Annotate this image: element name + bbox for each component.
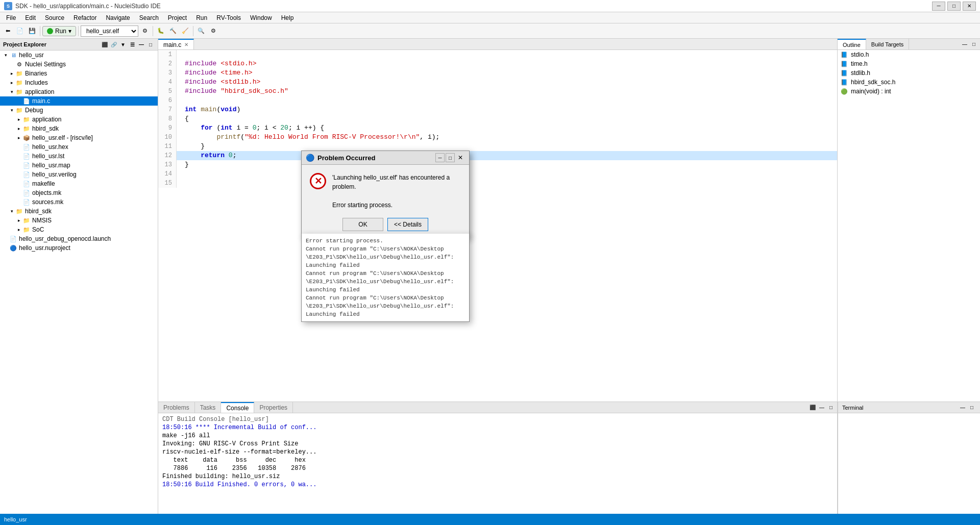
- outline-minimize-button[interactable]: —: [961, 40, 969, 48]
- tree-debug[interactable]: ▾ 📁 Debug: [0, 106, 158, 115]
- menu-search[interactable]: Search: [135, 13, 163, 22]
- close-button[interactable]: ✕: [963, 2, 976, 11]
- maximize-panel-button[interactable]: □: [146, 40, 155, 48]
- outline-hbird[interactable]: 📘 hbird_sdk_soc.h: [838, 78, 980, 87]
- tree-item-label: application: [25, 88, 54, 95]
- tree-makefile[interactable]: 📄 makefile: [0, 179, 158, 188]
- tree-soc[interactable]: ▸ 📁 SoC: [0, 225, 158, 234]
- clean-button[interactable]: 🧹: [180, 26, 191, 37]
- search-button[interactable]: 🔍: [195, 26, 207, 37]
- outline-time[interactable]: 📘 time.h: [838, 59, 980, 68]
- tree-hbird-sdk[interactable]: ▾ 📁 hbird_sdk: [0, 207, 158, 216]
- tree-includes[interactable]: ▸ 📁 Includes: [0, 78, 158, 87]
- minimize-panel-button[interactable]: —: [137, 40, 145, 48]
- tree-item-label: objects.mk: [32, 189, 61, 196]
- tree-binaries[interactable]: ▸ 📁 Binaries: [0, 69, 158, 78]
- preferences-button[interactable]: ⚙: [208, 26, 219, 37]
- tree-item-label: Debug: [25, 107, 43, 114]
- tab-properties[interactable]: Properties: [254, 402, 293, 413]
- back-button[interactable]: ⬅: [2, 26, 13, 37]
- console-line-7: Finished building: hello_usr.siz: [162, 472, 833, 481]
- error-details-panel[interactable]: Error starting process. Cannot run progr…: [301, 234, 470, 322]
- menu-project[interactable]: Project: [164, 13, 191, 22]
- right-panel-tabs: Outline Build Targets — □: [838, 39, 980, 50]
- error-line-6: \E203_P1\SDK\hello_usr\Debug\hello_usr.e…: [306, 278, 465, 286]
- elf-selector[interactable]: hello_usr.elf: [81, 26, 138, 37]
- tree-objects-mk[interactable]: 📄 objects.mk: [0, 188, 158, 197]
- tree-item-label: SoC: [32, 226, 44, 233]
- tab-outline[interactable]: Outline: [838, 39, 866, 49]
- folder-icon: 📁: [15, 69, 23, 78]
- menu-edit[interactable]: Edit: [21, 13, 40, 22]
- terminal-minimize-button[interactable]: —: [959, 404, 967, 412]
- project-tree: ▾ 🖥 hello_usr ⚙ Nuclei Settings ▸ 📁 Bina…: [0, 51, 158, 514]
- tree-main-c[interactable]: 📄 main.c: [0, 96, 158, 106]
- tree-hello-usr-map[interactable]: 📄 hello_usr.map: [0, 161, 158, 170]
- build-button[interactable]: 🔨: [167, 26, 179, 37]
- tree-nmsis[interactable]: ▸ 📁 NMSIS: [0, 216, 158, 225]
- minimize-button[interactable]: ─: [932, 2, 945, 11]
- menu-help[interactable]: Help: [277, 13, 298, 22]
- tab-problems[interactable]: Problems: [158, 402, 195, 413]
- maximize-button[interactable]: □: [947, 2, 961, 11]
- tab-close-button[interactable]: ✕: [184, 42, 188, 47]
- run-dropdown-arrow[interactable]: ▾: [68, 28, 71, 35]
- file-icon: 📄: [22, 143, 31, 151]
- code-editor[interactable]: 1 2 #include <stdio.h> 3 #include <time.…: [158, 50, 837, 402]
- app-icon: S: [4, 2, 12, 10]
- run-button[interactable]: Run ▾: [42, 26, 76, 36]
- dialog-minimize-button[interactable]: ─: [435, 153, 445, 162]
- tree-application[interactable]: ▾ 📁 application: [0, 87, 158, 96]
- tree-hello-usr-verilog[interactable]: 📄 hello_usr.verilog: [0, 170, 158, 179]
- dialog-details-button[interactable]: << Details: [387, 218, 428, 231]
- outline-main[interactable]: 🟢 main(void) : int: [838, 87, 980, 96]
- menu-run[interactable]: Run: [192, 13, 211, 22]
- filter-button[interactable]: ▼: [119, 40, 127, 48]
- error-line-4: Launching failed: [306, 261, 465, 269]
- outline-stdio[interactable]: 📘 stdio.h: [838, 50, 980, 59]
- collapse-all-button[interactable]: ⬛: [101, 40, 109, 48]
- dialog-maximize-button[interactable]: □: [446, 153, 455, 162]
- tree-hello-usr-hex[interactable]: 📄 hello_usr.hex: [0, 142, 158, 152]
- link-editor-button[interactable]: 🔗: [110, 40, 118, 48]
- menu-file[interactable]: File: [2, 13, 20, 22]
- tree-debug-application[interactable]: ▸ 📁 application: [0, 115, 158, 124]
- tree-nuproject[interactable]: 🔵 hello_usr.nuproject: [0, 243, 158, 253]
- window-controls: ─ □ ✕: [932, 2, 976, 11]
- tab-console[interactable]: Console: [221, 402, 254, 413]
- menu-button[interactable]: ☰: [128, 40, 136, 48]
- outline-stdlib[interactable]: 📘 stdlib.h: [838, 68, 980, 78]
- tree-item-label: hello_usr.elf - [riscv/le]: [32, 134, 93, 141]
- menu-window[interactable]: Window: [246, 13, 276, 22]
- menu-refactor[interactable]: Refactor: [69, 13, 101, 22]
- dialog-ok-button[interactable]: OK: [342, 218, 383, 231]
- menu-rvtools[interactable]: RV-Tools: [212, 13, 245, 22]
- terminal-maximize-button[interactable]: □: [968, 404, 976, 412]
- code-line-13: 13 }: [158, 160, 837, 169]
- problem-dialog[interactable]: 🔵 Problem Occurred ─ □ ✕ ✕ 'Launching he…: [301, 151, 470, 238]
- tree-nuclei-settings[interactable]: ⚙ Nuclei Settings: [0, 60, 158, 69]
- project-explorer-panel: Project Explorer ⬛ 🔗 ▼ ☰ — □ ▾ 🖥 hello_u…: [0, 39, 158, 514]
- tree-sources-mk[interactable]: 📄 sources.mk: [0, 197, 158, 207]
- outline-maximize-button[interactable]: □: [970, 40, 978, 48]
- menu-navigate[interactable]: Navigate: [102, 13, 134, 22]
- console-maximize-button[interactable]: □: [827, 404, 835, 412]
- debug-button[interactable]: 🐛: [155, 26, 166, 37]
- tab-tasks[interactable]: Tasks: [195, 402, 222, 413]
- tree-launch-file[interactable]: 📄 hello_usr_debug_openocd.launch: [0, 234, 158, 243]
- console-line-1: 18:50:16 **** Incremental Build of conf.…: [162, 423, 833, 432]
- save-button[interactable]: 💾: [27, 26, 38, 37]
- tab-main-c[interactable]: main.c ✕: [158, 39, 194, 49]
- tab-build-targets[interactable]: Build Targets: [866, 39, 909, 49]
- folder-icon: 📁: [22, 226, 31, 234]
- console-clear-button[interactable]: ⬛: [808, 404, 817, 412]
- elf-settings-button[interactable]: ⚙: [139, 26, 151, 37]
- tree-debug-hbird-sdk[interactable]: ▸ 📁 hbird_sdk: [0, 124, 158, 133]
- console-minimize-button[interactable]: —: [818, 404, 826, 412]
- tree-hello-usr[interactable]: ▾ 🖥 hello_usr: [0, 51, 158, 60]
- menu-source[interactable]: Source: [41, 13, 68, 22]
- dialog-close-button[interactable]: ✕: [456, 153, 465, 162]
- tree-hello-usr-lst[interactable]: 📄 hello_usr.lst: [0, 152, 158, 161]
- new-button[interactable]: 📄: [14, 26, 26, 37]
- tree-hello-usr-elf[interactable]: ▸ 📦 hello_usr.elf - [riscv/le]: [0, 133, 158, 142]
